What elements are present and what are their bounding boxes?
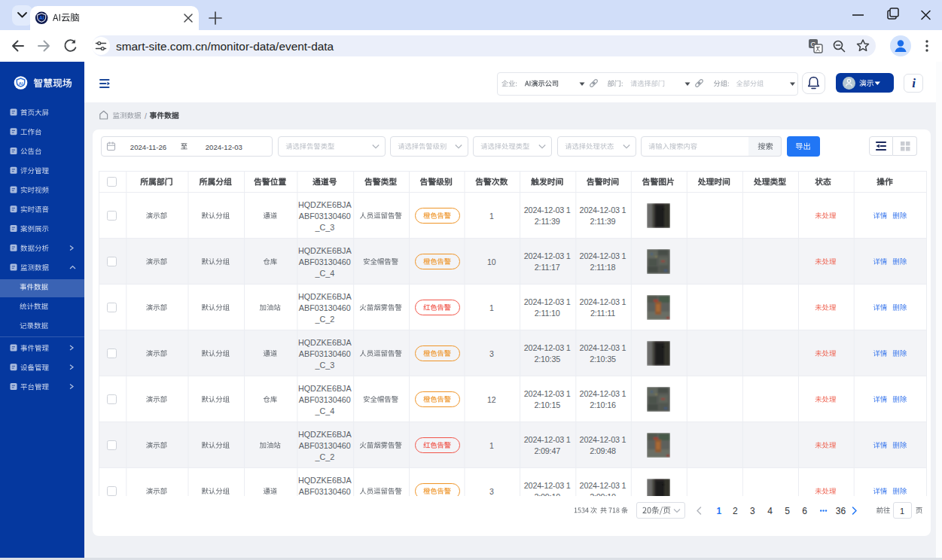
svg-text:AI: AI xyxy=(39,15,44,20)
svg-text:AI: AI xyxy=(19,81,23,86)
